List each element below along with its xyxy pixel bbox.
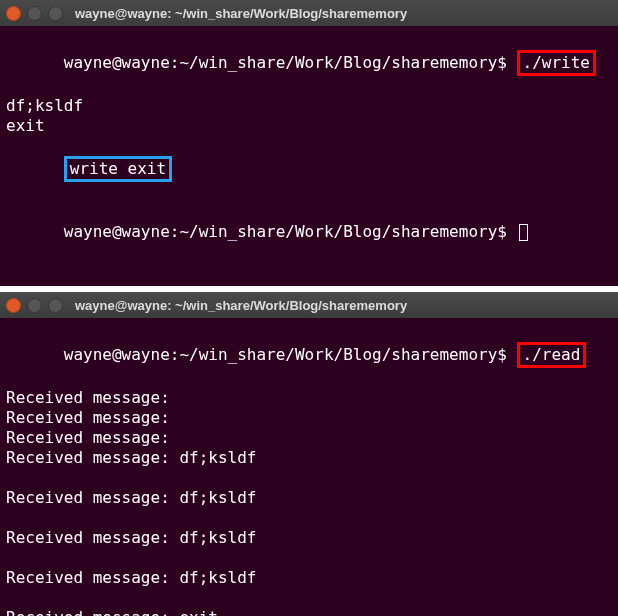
output-line: Received message: (6, 428, 612, 448)
output-line: Received message: df;ksldf (6, 488, 612, 508)
titlebar[interactable]: wayne@wayne: ~/win_share/Work/Blog/share… (0, 292, 618, 318)
command-highlight-red: ./read (517, 342, 587, 368)
output-line: Received message: exit (6, 608, 612, 616)
output-line: Received message: (6, 408, 612, 428)
output-line: Received message: (6, 388, 612, 408)
maximize-icon[interactable] (48, 298, 63, 313)
minimize-icon[interactable] (27, 6, 42, 21)
output-line: Received message: df;ksldf (6, 448, 612, 468)
terminal-body[interactable]: wayne@wayne:~/win_share/Work/Blog/sharem… (0, 318, 618, 616)
output-highlight-blue: write exit (64, 156, 172, 182)
titlebar[interactable]: wayne@wayne: ~/win_share/Work/Blog/share… (0, 0, 618, 26)
cursor-icon (519, 224, 528, 241)
output-line: Received message: df;ksldf (6, 568, 612, 588)
close-icon[interactable] (6, 6, 21, 21)
minimize-icon[interactable] (27, 298, 42, 313)
command: ./write (523, 53, 590, 72)
prompt: wayne@wayne:~/win_share/Work/Blog/sharem… (64, 345, 517, 364)
terminal-window-write: wayne@wayne: ~/win_share/Work/Blog/share… (0, 0, 618, 286)
output-line (6, 508, 612, 528)
prompt: wayne@wayne:~/win_share/Work/Blog/sharem… (64, 222, 517, 241)
output-line: df;ksldf (6, 96, 612, 116)
output-line (6, 468, 612, 488)
prompt: wayne@wayne:~/win_share/Work/Blog/sharem… (64, 53, 517, 72)
command: ./read (523, 345, 581, 364)
command-highlight-red: ./write (517, 50, 596, 76)
output-line (6, 588, 612, 608)
terminal-body[interactable]: wayne@wayne:~/win_share/Work/Blog/sharem… (0, 26, 618, 286)
close-icon[interactable] (6, 298, 21, 313)
output-line (6, 548, 612, 568)
output-line: Received message: df;ksldf (6, 528, 612, 548)
output-line: write exit (70, 159, 166, 178)
window-title: wayne@wayne: ~/win_share/Work/Blog/share… (75, 298, 407, 313)
maximize-icon[interactable] (48, 6, 63, 21)
output-line: exit (6, 116, 612, 136)
window-title: wayne@wayne: ~/win_share/Work/Blog/share… (75, 6, 407, 21)
terminal-window-read: wayne@wayne: ~/win_share/Work/Blog/share… (0, 292, 618, 616)
